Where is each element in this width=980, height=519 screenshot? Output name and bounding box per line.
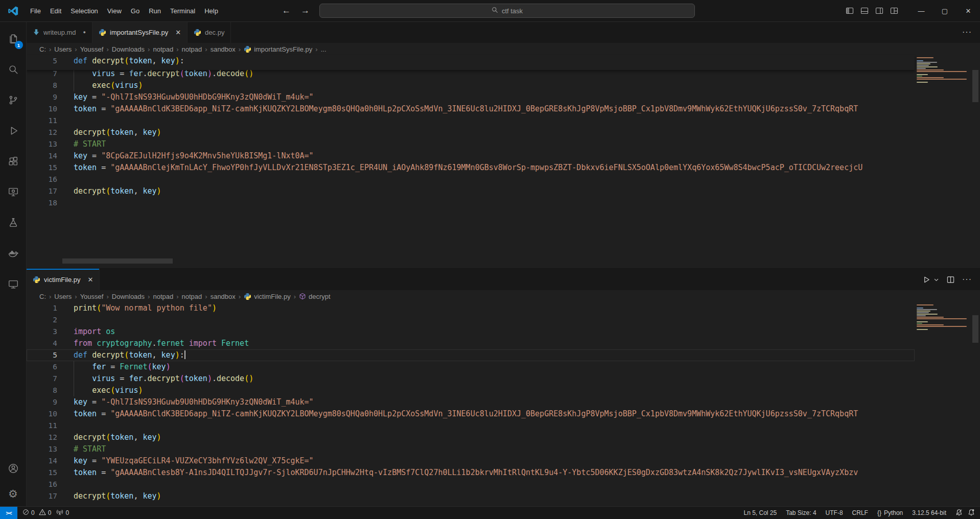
code-editor-top[interactable]: 7 virus = fer.decrypt(token).decode()8 e… <box>27 68 915 258</box>
activity-monitor-icon[interactable] <box>0 269 27 299</box>
code-line[interactable]: 1print("Wow normal python file") <box>27 302 915 314</box>
remote-indicator[interactable]: >< <box>0 507 17 519</box>
activity-docker-icon[interactable] <box>0 238 27 269</box>
activity-source-control-icon[interactable] <box>0 85 27 115</box>
activity-extensions-icon[interactable] <box>0 146 27 177</box>
breadcrumb-item[interactable]: notpad <box>182 45 202 53</box>
customize-layout-icon[interactable] <box>890 7 898 15</box>
toggle-panel-icon[interactable] <box>860 7 869 15</box>
code-line[interactable]: 6 fer = Fernet(key) <box>27 361 915 373</box>
code-line[interactable]: 9key = "-Qhl7IsNS93HGuwb9U0hHDbG9HKny3zQ… <box>27 396 915 408</box>
activity-search-icon[interactable] <box>0 54 27 85</box>
tab-victimFile.py[interactable]: victimFile.py✕ <box>27 269 100 290</box>
activity-run-debug-icon[interactable] <box>0 115 27 146</box>
minimize-button[interactable]: — <box>909 0 933 21</box>
breadcrumb-item[interactable]: Downloads <box>112 293 145 300</box>
code-line[interactable]: 4from cryptography.fernet import Fernet <box>27 338 915 349</box>
code-line[interactable]: 3import os <box>27 326 915 338</box>
code-line[interactable]: 10token = "gAAAAABnCldK3BED6app_NiTZ-cam… <box>27 103 915 115</box>
code-line[interactable]: 18 <box>27 197 915 209</box>
nav-forward-icon[interactable]: → <box>301 6 310 16</box>
nav-back-icon[interactable]: ← <box>282 6 291 16</box>
code-line[interactable]: 16 <box>27 174 915 185</box>
activity-testing-icon[interactable] <box>0 207 27 238</box>
code-line[interactable]: 5def decrypt(token, key): <box>27 55 184 68</box>
status-cursor-position[interactable]: Ln 5, Col 25 <box>743 509 777 516</box>
breadcrumb-item[interactable]: Youssef <box>80 293 104 300</box>
more-actions-icon[interactable]: ··· <box>962 28 972 37</box>
minimap[interactable] <box>915 55 969 157</box>
vertical-scrollbar[interactable] <box>972 315 978 343</box>
breadcrumb-item[interactable]: sandbox <box>211 293 236 300</box>
minimap[interactable] <box>915 302 969 405</box>
code-line[interactable]: 13# START <box>27 138 915 150</box>
code-line[interactable]: 9key = "-Qhl7IsNS93HGuwb9U0hHDbG9HKny3zQ… <box>27 91 915 103</box>
code-line[interactable]: 16 <box>27 479 915 490</box>
code-line[interactable]: 17decrypt(token, key) <box>27 185 915 197</box>
code-editor-bottom[interactable]: 1print("Wow normal python file")23import… <box>27 302 915 507</box>
more-actions-icon[interactable]: ··· <box>962 275 972 284</box>
toggle-secondary-sidebar-icon[interactable] <box>875 7 883 15</box>
ports-indicator[interactable]: 0 <box>56 509 69 517</box>
code-line[interactable]: 12decrypt(token, key) <box>27 432 915 443</box>
restore-button[interactable]: ▢ <box>933 0 956 21</box>
tab-dec.py[interactable]: dec.py <box>188 21 231 43</box>
do-not-disturb-bell-icon[interactable] <box>955 509 963 517</box>
code-line[interactable]: 15token = "gAAAAABnClesb8Y-A1nsJD4QILTQJ… <box>27 467 915 479</box>
breadcrumb-item[interactable]: C: <box>39 293 46 300</box>
activity-explorer-icon[interactable]: 1 <box>0 23 27 54</box>
breadcrumb-item[interactable]: importantSysFile.py <box>244 45 312 53</box>
code-line[interactable]: 5def decrypt(token, key): <box>27 349 915 361</box>
problems-indicator[interactable]: 0 0 <box>22 509 51 517</box>
code-line[interactable]: 12decrypt(token, key) <box>27 127 915 138</box>
command-center-search[interactable]: ctf task <box>319 4 695 18</box>
horizontal-scrollbar[interactable] <box>62 258 173 264</box>
breadcrumb-item[interactable]: ... <box>321 45 326 53</box>
code-line[interactable]: 15token = "gAAAAABnClejKmTnLAcY_FhwoYP0h… <box>27 162 915 174</box>
breadcrumb-item[interactable]: notpad <box>153 45 173 53</box>
breadcrumb-item[interactable]: notpad <box>182 293 202 300</box>
menu-terminal[interactable]: Terminal <box>166 5 200 17</box>
breadcrumb-item[interactable]: Users <box>54 45 72 53</box>
code-line[interactable]: 2 <box>27 314 915 326</box>
tab-writeup.md[interactable]: writeup.md● <box>27 21 92 43</box>
menu-go[interactable]: Go <box>126 5 144 17</box>
breadcrumb[interactable]: C:›Users›Youssef›Downloads›notpad›notpad… <box>27 43 914 55</box>
close-tab-icon[interactable]: ✕ <box>88 276 94 284</box>
tab-importantSysFile.py[interactable]: importantSysFile.py✕ <box>92 21 188 43</box>
status-language[interactable]: {}Python <box>877 509 903 516</box>
menu-selection[interactable]: Selection <box>66 5 102 17</box>
code-line[interactable]: 11 <box>27 420 915 432</box>
activity-account-icon[interactable] <box>0 456 27 481</box>
notifications-bell-icon[interactable] <box>968 509 975 517</box>
close-button[interactable]: ✕ <box>956 0 980 21</box>
menu-help[interactable]: Help <box>200 5 223 17</box>
code-line[interactable]: 11 <box>27 115 915 127</box>
status-interpreter[interactable]: 3.12.5 64-bit <box>912 509 946 516</box>
run-dropdown-icon[interactable] <box>934 277 939 282</box>
breadcrumb[interactable]: C:›Users›Youssef›Downloads›notpad›notpad… <box>27 290 914 302</box>
breadcrumb-item[interactable]: victimFile.py <box>244 293 291 300</box>
code-line[interactable]: 17decrypt(token, key) <box>27 490 915 502</box>
breadcrumb-item[interactable]: C: <box>39 45 46 53</box>
menu-file[interactable]: File <box>26 5 45 17</box>
breadcrumb-item[interactable]: Users <box>54 293 72 300</box>
breadcrumb-item[interactable]: sandbox <box>211 45 236 53</box>
split-editor-icon[interactable] <box>947 276 954 284</box>
code-line[interactable]: 13# START <box>27 443 915 455</box>
breadcrumb-item[interactable]: decrypt <box>299 293 331 300</box>
breadcrumb-item[interactable]: Downloads <box>112 45 145 53</box>
code-line[interactable]: 8 exec(virus) <box>27 80 915 91</box>
menu-view[interactable]: View <box>103 5 126 17</box>
status-encoding[interactable]: UTF-8 <box>826 509 843 516</box>
activity-remote-explorer-icon[interactable] <box>0 177 27 207</box>
activity-settings-icon[interactable]: ⚙ <box>0 481 27 507</box>
breadcrumb-item[interactable]: notpad <box>153 293 173 300</box>
code-line[interactable]: 7 virus = fer.decrypt(token).decode() <box>27 373 915 385</box>
breadcrumb-item[interactable]: Youssef <box>80 45 104 53</box>
code-line[interactable]: 14key = "8CpGaZEJulH2Hfjs9o4K2Mnv5heYUkB… <box>27 150 915 162</box>
vertical-scrollbar[interactable] <box>972 70 978 102</box>
toggle-sidebar-icon[interactable] <box>846 7 854 15</box>
run-python-file-icon[interactable] <box>923 276 930 284</box>
status-eol[interactable]: CRLF <box>852 509 868 516</box>
